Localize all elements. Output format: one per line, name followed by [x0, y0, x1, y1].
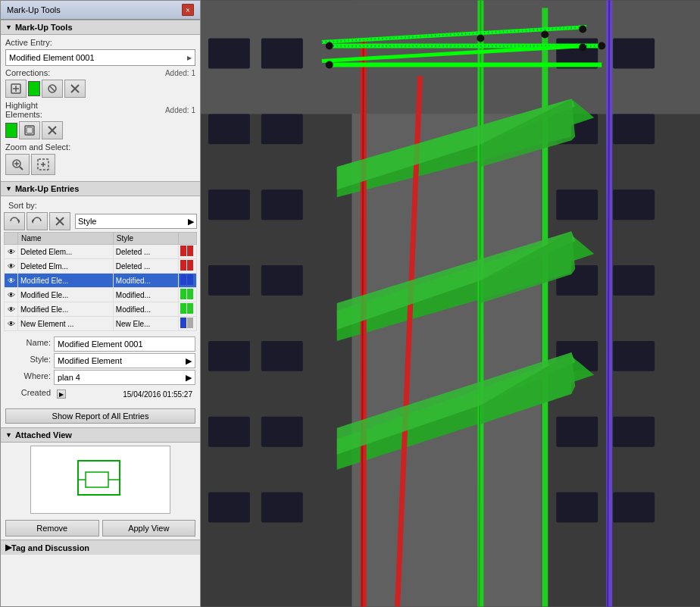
highlight-added: Added: 1 — [165, 106, 195, 114]
sort-arrow-icon: ▶ — [188, 217, 194, 227]
tag-section-header[interactable]: ▶ Tag and Discussion — [1, 540, 200, 555]
visibility-cell[interactable]: 👁 — [5, 274, 18, 288]
sort-row: Sort by: — [4, 199, 197, 212]
visibility-cell[interactable]: 👁 — [5, 259, 18, 274]
name-value: Modified Element 0001 — [58, 339, 143, 349]
highlight-select-btn[interactable] — [19, 121, 40, 139]
apply-view-button[interactable]: Apply View — [102, 520, 196, 537]
corrections-tool-btn3[interactable] — [64, 80, 86, 98]
entry-style-cell: Modified... — [113, 288, 178, 302]
report-button[interactable]: Show Report of All Entries — [5, 408, 195, 424]
attached-view-canvas — [30, 446, 170, 514]
entries-toolbar: Style ▶ — [4, 212, 197, 230]
svg-rect-39 — [208, 341, 250, 371]
name-value-field[interactable]: Modified Element 0001 — [54, 336, 195, 352]
svg-rect-48 — [613, 114, 655, 144]
eye-icon[interactable]: 👁 — [8, 262, 15, 271]
entries-undo-btn[interactable] — [27, 212, 48, 230]
remove-button[interactable]: Remove — [5, 520, 99, 537]
highlight-toolbar — [5, 121, 195, 139]
highlight-tool-btn2[interactable] — [42, 121, 63, 139]
svg-rect-58 — [613, 493, 655, 523]
table-row[interactable]: 👁Modified Ele...Modified... — [5, 274, 197, 288]
col-style: Style — [113, 233, 178, 245]
svg-point-81 — [579, 44, 586, 52]
color-bar-1 — [180, 289, 186, 299]
entries-section-label: Mark-Up Entries — [15, 184, 79, 193]
table-row[interactable]: 👁Modified Ele...Modified... — [5, 302, 197, 317]
zoom-select-label: Zoom and Select: — [5, 142, 70, 152]
section-arrow-icon: ▼ — [5, 23, 12, 31]
svg-rect-38 — [261, 265, 303, 296]
color-bar-2 — [187, 274, 193, 285]
entry-color-cell — [179, 259, 197, 274]
active-entry-row: Active Entry: — [5, 38, 195, 47]
color-bar-2 — [187, 246, 193, 256]
bottom-buttons: Remove Apply View — [1, 517, 200, 540]
sort-dropdown[interactable]: Style ▶ — [75, 214, 197, 229]
svg-rect-42 — [261, 417, 303, 447]
color-bar-1 — [180, 318, 186, 328]
entries-content: Sort by: Style ▶ Name — [1, 196, 200, 333]
entries-delete-btn[interactable] — [49, 212, 70, 230]
corrections-tool-btn2[interactable] — [42, 80, 63, 98]
zoom-btn[interactable] — [5, 154, 30, 175]
svg-rect-46 — [613, 39, 655, 69]
visibility-cell[interactable]: 👁 — [5, 317, 18, 331]
entries-section-header[interactable]: ▼ Mark-Up Entries — [1, 181, 200, 196]
svg-point-79 — [598, 42, 605, 50]
svg-rect-32 — [261, 39, 303, 69]
active-entry-arrow-icon: ▶ — [187, 55, 192, 61]
svg-rect-41 — [208, 417, 250, 447]
highlight-color-swatch — [5, 123, 17, 138]
visibility-cell[interactable]: 👁 — [5, 245, 18, 259]
panel-titlebar: Mark-Up Tools × — [1, 1, 200, 20]
entry-name-cell: Deleted Elm... — [18, 259, 114, 274]
where-value: plan 4 — [58, 373, 80, 382]
corrections-edit-btn[interactable] — [5, 80, 27, 98]
entry-name-cell: Modified Ele... — [18, 288, 114, 302]
table-row[interactable]: 👁Deleted Elm...Deleted ... — [5, 259, 197, 274]
svg-rect-34 — [261, 114, 303, 144]
play-icon[interactable]: ▶ — [57, 390, 66, 399]
eye-icon[interactable]: 👁 — [8, 248, 15, 256]
style-arrow-icon: ▶ — [186, 356, 192, 366]
col-color — [179, 233, 197, 245]
visibility-cell[interactable]: 👁 — [5, 288, 18, 302]
entries-refresh-btn[interactable] — [4, 212, 25, 230]
close-button[interactable]: × — [182, 4, 194, 16]
style-value-field[interactable]: Modified Element ▶ — [54, 353, 195, 368]
attached-view-label: Attached View — [15, 430, 72, 440]
svg-line-4 — [50, 86, 55, 91]
select-btn[interactable] — [31, 154, 55, 175]
active-entry-dropdown[interactable]: Modified Element 0001 ▶ — [5, 49, 195, 66]
entry-style-cell: Modified... — [113, 302, 178, 317]
corrections-row: Corrections: Added: 1 — [5, 68, 195, 77]
eye-icon[interactable]: 👁 — [8, 291, 15, 299]
color-bar-1 — [180, 303, 186, 314]
color-bar-2 — [187, 318, 193, 328]
viewport — [201, 0, 700, 607]
table-row[interactable]: 👁New Element ...New Ele... — [5, 317, 197, 331]
table-row[interactable]: 👁Modified Ele...Modified... — [5, 288, 197, 302]
svg-marker-19 — [32, 219, 33, 224]
eye-icon[interactable]: 👁 — [8, 320, 15, 328]
where-value-field[interactable]: plan 4 ▶ — [54, 370, 195, 385]
entry-style-cell: Modified... — [113, 274, 178, 288]
highlight-row: Highlight Elements: Added: 1 — [5, 101, 195, 119]
svg-rect-49 — [556, 189, 598, 220]
details-section: Name: Modified Element 0001 Style: Modif… — [1, 333, 200, 405]
corrections-color-swatch — [28, 81, 40, 96]
eye-icon[interactable]: 👁 — [8, 305, 15, 314]
attached-view-header[interactable]: ▼ Attached View — [1, 427, 200, 443]
visibility-cell[interactable]: 👁 — [5, 302, 18, 317]
entry-style-cell: Deleted ... — [113, 245, 178, 259]
color-bar-1 — [180, 274, 186, 285]
where-arrow-icon: ▶ — [186, 373, 192, 383]
svg-point-83 — [541, 31, 548, 39]
svg-rect-37 — [208, 265, 250, 296]
eye-icon[interactable]: 👁 — [8, 277, 15, 285]
svg-rect-43 — [208, 493, 250, 523]
markup-tools-section-header[interactable]: ▼ Mark-Up Tools — [1, 20, 200, 35]
table-row[interactable]: 👁Deleted Elem...Deleted ... — [5, 245, 197, 259]
